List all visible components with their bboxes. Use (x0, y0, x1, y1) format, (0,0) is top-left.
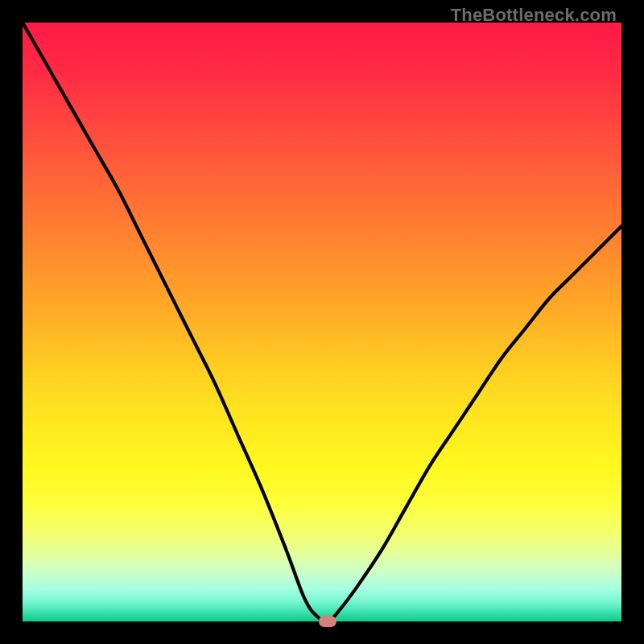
watermark-text: TheBottleneck.com (451, 5, 617, 26)
chart-frame: TheBottleneck.com (0, 0, 644, 644)
plot-area (23, 23, 621, 621)
